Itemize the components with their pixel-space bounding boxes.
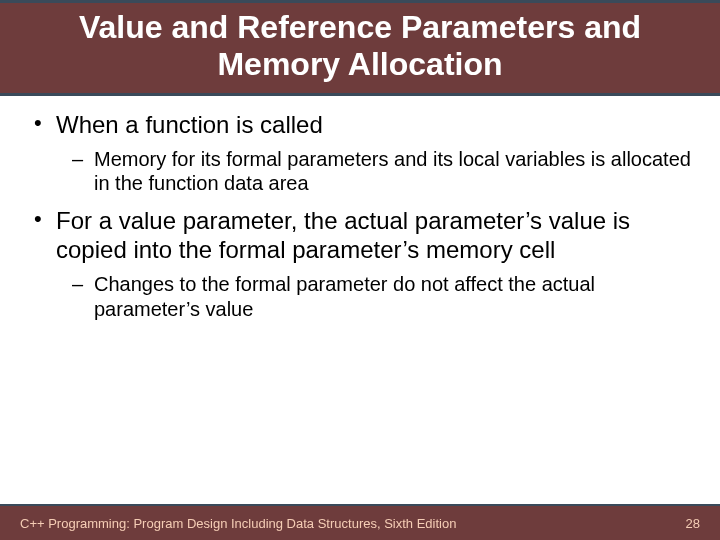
sub-bullet-text: Memory for its formal parameters and its…	[94, 148, 691, 194]
title-bar: Value and Reference Parameters and Memor…	[0, 0, 720, 96]
sub-bullet-list: Changes to the formal parameter do not a…	[56, 272, 692, 321]
sub-bullet-item: Memory for its formal parameters and its…	[66, 147, 692, 196]
bullet-item: When a function is called Memory for its…	[28, 110, 692, 196]
slide-number: 28	[686, 516, 700, 531]
bullet-list: When a function is called Memory for its…	[28, 110, 692, 321]
sub-bullet-list: Memory for its formal parameters and its…	[56, 147, 692, 196]
slide-body: When a function is called Memory for its…	[0, 96, 720, 321]
footer-bar: C++ Programming: Program Design Includin…	[0, 504, 720, 540]
bullet-text: When a function is called	[56, 111, 323, 138]
sub-bullet-item: Changes to the formal parameter do not a…	[66, 272, 692, 321]
footer-text: C++ Programming: Program Design Includin…	[20, 516, 456, 531]
bullet-item: For a value parameter, the actual parame…	[28, 206, 692, 321]
slide-title: Value and Reference Parameters and Memor…	[20, 9, 700, 83]
bullet-text: For a value parameter, the actual parame…	[56, 207, 630, 263]
sub-bullet-text: Changes to the formal parameter do not a…	[94, 273, 595, 319]
